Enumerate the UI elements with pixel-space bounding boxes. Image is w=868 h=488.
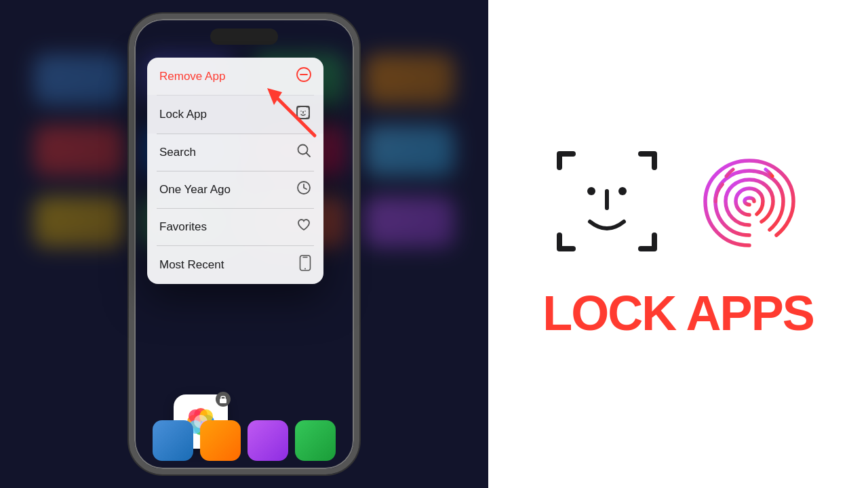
- menu-item-favorites-label: Favorites: [159, 220, 207, 234]
- svg-line-6: [307, 153, 311, 157]
- dock-icon-4: [295, 420, 336, 461]
- right-panel: LOCK APPS: [488, 0, 868, 488]
- lock-apps-label: LOCK APPS: [542, 286, 813, 340]
- menu-item-search-label: Search: [159, 146, 196, 159]
- svg-point-24: [618, 187, 627, 195]
- svg-point-10: [304, 268, 306, 270]
- face-id-icon: [553, 147, 661, 258]
- dock-icons: [149, 420, 339, 461]
- svg-rect-22: [220, 399, 226, 403]
- lock-apps-title: LOCK APPS: [542, 285, 813, 341]
- menu-item-remove-app-label: Remove App: [159, 70, 225, 83]
- fingerprint-icon: [695, 147, 804, 258]
- lock-badge: [216, 392, 231, 407]
- heart-icon: [296, 218, 311, 236]
- phone-icon: [299, 255, 311, 274]
- left-panel: Remove App Lock App: [0, 0, 488, 488]
- dock-icon-3: [248, 420, 288, 461]
- arrow-annotation: [254, 81, 321, 142]
- menu-item-one-year-ago[interactable]: One Year Ago: [147, 171, 323, 208]
- dock-icon-1: [153, 420, 193, 461]
- menu-item-favorites[interactable]: Favorites: [147, 208, 323, 245]
- menu-item-most-recent[interactable]: Most Recent: [147, 245, 323, 284]
- phone-notch: [210, 28, 278, 45]
- clock-icon: [296, 180, 311, 199]
- dock-icon-2: [200, 420, 241, 461]
- menu-item-lock-app-label: Lock App: [159, 108, 207, 121]
- menu-item-most-recent-label: Most Recent: [159, 258, 224, 272]
- svg-point-23: [587, 187, 595, 195]
- menu-item-one-year-ago-label: One Year Ago: [159, 183, 231, 197]
- icons-row: [553, 147, 804, 258]
